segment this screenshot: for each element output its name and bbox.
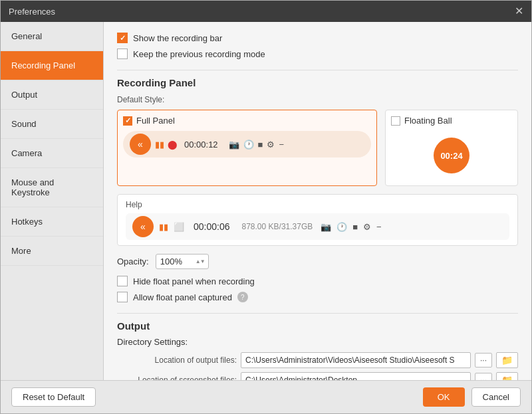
help-bar-time: 00:00:06 (194, 221, 230, 232)
floating-ball-circle: 00:24 (434, 138, 469, 173)
footer-right: OK Cancel (423, 387, 521, 407)
sidebar-item-recording-panel[interactable]: Recording Panel (1, 51, 103, 80)
recording-panel-section: Recording Panel Default Style: Full Pane… (117, 77, 518, 302)
floating-ball-checkbox[interactable] (391, 116, 400, 126)
reset-button[interactable]: Reset to Default (11, 387, 96, 407)
window-title: Preferences (9, 7, 55, 17)
dir-settings-label: Directory Settings: (117, 337, 518, 347)
floating-ball-card[interactable]: Floating Ball 00:24 (385, 110, 518, 186)
opacity-label: Opacity: (117, 257, 149, 266)
sidebar-item-sound[interactable]: Sound (1, 110, 103, 139)
show-recording-bar-checkbox[interactable] (117, 33, 128, 43)
floating-ball-label: Floating Ball (404, 116, 452, 126)
help-bar: « ▮▮ ⬜ 00:00:06 878.00 KB/31.37GB 📷 🕐 ■ … (126, 213, 509, 240)
sidebar-item-mouse-keystroke[interactable]: Mouse and Keystroke (1, 168, 103, 207)
opacity-row: Opacity: 100% 90% 80% 70% 60% 50% (117, 254, 518, 269)
hide-float-label: Hide float panel when recording (133, 276, 255, 286)
screenshot-files-dots-btn[interactable]: ··· (475, 373, 492, 380)
sidebar-item-more[interactable]: More (1, 237, 103, 266)
help-preview-box: Help « ▮▮ ⬜ 00:00:06 878.00 KB/31.37GB 📷… (117, 194, 518, 246)
hide-float-checkbox[interactable] (117, 276, 128, 286)
help-clock-icon[interactable]: 🕐 (336, 222, 347, 232)
opacity-select[interactable]: 100% 90% 80% 70% 60% 50% (156, 254, 209, 269)
output-files-label: Location of output files: (117, 356, 237, 365)
output-files-row: Location of output files: C:\Users\Admin… (117, 352, 518, 368)
opacity-select-wrap[interactable]: 100% 90% 80% 70% 60% 50% (156, 254, 209, 269)
bar-tool-icons: 📷 🕐 ■ ⚙ − (229, 140, 284, 150)
full-panel-label: Full Panel (136, 116, 175, 126)
screenshot-files-row: Location of screenshot files: C:\Users\A… (117, 372, 518, 380)
bar-controls: ▮▮ ⬤ (155, 140, 178, 150)
bar-time: 00:00:12 (184, 140, 218, 150)
output-files-folder-btn[interactable]: 📁 (496, 352, 518, 368)
full-panel-card[interactable]: Full Panel « ▮▮ ⬤ 00:00:12 📷 🕐 (117, 110, 377, 186)
keep-previous-mode-checkbox[interactable] (117, 49, 128, 59)
screenshot-files-path[interactable]: C:\Users\Administrator\Desktop (241, 372, 471, 380)
default-style-label: Default Style: (117, 95, 518, 104)
style-options: Full Panel « ▮▮ ⬤ 00:00:12 📷 🕐 (117, 110, 518, 186)
help-question-icon[interactable]: ? (237, 292, 248, 302)
hide-float-row: Hide float panel when recording (117, 276, 518, 286)
full-panel-header: Full Panel (123, 116, 371, 126)
sidebar-item-hotkeys[interactable]: Hotkeys (1, 207, 103, 237)
main-content: Show the recording bar Keep the previous… (104, 22, 531, 380)
help-settings-icon[interactable]: ⚙ (363, 222, 371, 232)
rewind-button[interactable]: « (130, 134, 151, 155)
keep-previous-mode-label: Keep the previous recording mode (133, 49, 265, 59)
sidebar-item-general[interactable]: General (1, 22, 103, 51)
sidebar-item-camera[interactable]: Camera (1, 139, 103, 168)
ok-button[interactable]: OK (423, 387, 465, 407)
floating-ball-header: Floating Ball (391, 116, 512, 126)
output-title: Output (117, 320, 518, 332)
show-recording-bar-label: Show the recording bar (133, 33, 222, 43)
sidebar-item-output[interactable]: Output (1, 80, 103, 110)
recording-panel-title: Recording Panel (117, 77, 518, 88)
cancel-button[interactable]: Cancel (471, 387, 521, 407)
clock-icon[interactable]: 🕐 (243, 140, 254, 150)
full-panel-preview: « ▮▮ ⬤ 00:00:12 📷 🕐 ■ ⚙ − (123, 131, 371, 157)
close-button[interactable]: ✕ (515, 6, 523, 17)
sidebar: General Recording Panel Output Sound Cam… (1, 22, 104, 380)
settings-icon[interactable]: ⚙ (267, 140, 275, 150)
allow-float-row: Allow float panel captured ? (117, 292, 518, 302)
box-icon[interactable]: ■ (258, 140, 263, 150)
output-files-dots-btn[interactable]: ··· (475, 353, 492, 367)
minimize-icon[interactable]: − (279, 140, 284, 150)
preferences-window: Preferences ✕ General Recording Panel Ou… (0, 0, 532, 414)
pause-icon[interactable]: ▮▮ (155, 140, 164, 150)
camera-icon[interactable]: 📷 (229, 140, 239, 150)
help-bar-size: 878.00 KB/31.37GB (242, 222, 313, 231)
help-pause-icon[interactable]: ▮▮ (159, 222, 168, 232)
footer: Reset to Default OK Cancel (1, 380, 531, 413)
allow-float-checkbox[interactable] (117, 292, 128, 302)
help-minimize-icon[interactable]: − (376, 222, 382, 232)
help-rewind-button[interactable]: « (132, 216, 154, 237)
help-label: Help (126, 200, 509, 209)
help-camera-icon[interactable]: 📷 (321, 222, 331, 232)
help-stop-icon[interactable]: ⬜ (174, 222, 184, 232)
help-box-icon[interactable]: ■ (352, 222, 358, 232)
full-panel-checkbox[interactable] (123, 116, 132, 126)
titlebar: Preferences ✕ (1, 1, 531, 22)
output-section: Output Directory Settings: Location of o… (117, 313, 518, 380)
top-checkboxes: Show the recording bar Keep the previous… (117, 33, 518, 59)
show-recording-bar-row: Show the recording bar (117, 33, 518, 43)
record-icon[interactable]: ⬤ (168, 140, 178, 150)
allow-float-label: Allow float panel captured (133, 292, 232, 302)
screenshot-files-folder-btn[interactable]: 📁 (496, 372, 518, 380)
output-files-path[interactable]: C:\Users\Administrator\Videos\Aiseesoft … (241, 352, 471, 368)
keep-previous-mode-row: Keep the previous recording mode (117, 49, 518, 59)
floating-ball-preview: 00:24 (391, 131, 512, 180)
screenshot-files-label: Location of screenshot files: (117, 375, 237, 380)
